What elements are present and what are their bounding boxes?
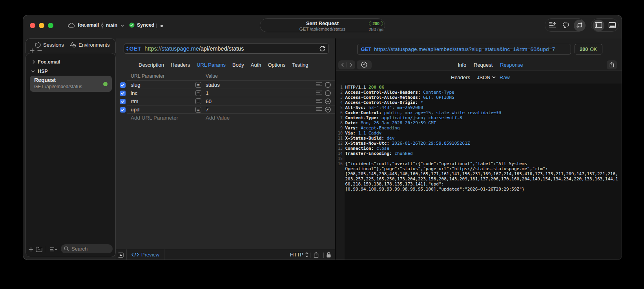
history-clock-button[interactable] [357, 60, 372, 70]
sent-status-badge: 200 [369, 21, 383, 26]
remove-param-icon[interactable] [325, 98, 331, 104]
toggle-sidebar-icon[interactable] [595, 22, 602, 28]
line-number [336, 171, 345, 176]
tab-environments[interactable]: Environments [70, 41, 109, 49]
equals-icon[interactable]: = [195, 107, 201, 113]
response-line: 16{"incidents":null,"overall":{"code":"o… [336, 161, 622, 166]
forward-arrow-icon[interactable] [350, 60, 352, 70]
equals-icon[interactable]: = [195, 82, 201, 88]
lock-icon[interactable] [327, 252, 331, 258]
toggle-bottom-panel-icon[interactable] [608, 22, 616, 28]
tab-description[interactable]: Description [139, 62, 164, 68]
param-checkbox[interactable] [120, 99, 126, 104]
url-path: /api/embed/status [199, 45, 244, 52]
close-button[interactable] [30, 23, 35, 28]
line-number [336, 182, 345, 187]
titlebar: foe.email main Synced [23, 15, 622, 38]
equals-icon[interactable]: = [195, 98, 201, 104]
code-icon [131, 253, 139, 257]
value-options-icon[interactable] [316, 82, 322, 87]
tab-url-params[interactable]: URL Params [197, 62, 226, 68]
tree-request-item-selected[interactable]: Request GET /api/embed/status [30, 76, 112, 92]
param-value[interactable]: status [206, 82, 220, 88]
collapse-panel-button[interactable] [118, 253, 124, 258]
tab-environments-label: Environments [78, 42, 109, 48]
tab-options[interactable]: Options [268, 62, 286, 68]
param-value[interactable]: 1 [206, 90, 209, 96]
add-value-placeholder[interactable]: Add Value [206, 115, 230, 121]
remove-param-icon[interactable] [325, 82, 331, 88]
add-folder-icon[interactable] [36, 247, 42, 252]
preview-button[interactable]: Preview [131, 249, 159, 260]
line-text: Access-Control-Allow-Origin: * [345, 100, 423, 105]
param-name[interactable]: upd [131, 107, 140, 113]
response-line: 5Alt-Svc: h3=":443"; ma=2592000 [336, 105, 622, 110]
bottom-bar-divider [126, 249, 127, 260]
search-input[interactable]: Search [61, 244, 113, 253]
url-separator: :// [157, 45, 162, 52]
commit-icon [100, 22, 104, 29]
remove-param-icon[interactable] [325, 107, 331, 113]
request-item-subtitle: GET /api/embed/status [34, 84, 82, 89]
value-options-icon[interactable] [316, 107, 322, 112]
tab-body[interactable]: Body [232, 62, 244, 68]
url-scheme: https [144, 45, 157, 52]
equals-icon[interactable]: = [195, 90, 201, 96]
url-input[interactable]: https://statuspage.me/api/embed/status [144, 45, 244, 52]
share-icon[interactable] [314, 252, 319, 258]
param-value[interactable]: 7 [206, 107, 209, 113]
response-line: [208,205,145,298,443,140,160,165,171,161… [336, 171, 622, 176]
remove-param-icon[interactable] [325, 90, 331, 96]
export-list-icon[interactable] [549, 22, 556, 28]
sent-request-pill[interactable]: Sent Request GET /api/embed/status 200 2… [260, 18, 385, 32]
import-export-icon[interactable] [576, 22, 583, 29]
tree-group-foe-email[interactable]: Foe.email [33, 58, 60, 65]
tree-group-hsp[interactable]: HSP [31, 68, 48, 75]
view-headers[interactable]: Headers [451, 71, 470, 84]
view-raw[interactable]: Raw [500, 71, 510, 84]
protocol-select[interactable]: HTTP [290, 249, 308, 260]
value-options-icon[interactable] [316, 98, 322, 104]
line-number: 10 [336, 131, 345, 136]
method-select[interactable]: GET [126, 45, 141, 52]
zoom-button[interactable] [48, 23, 53, 28]
sync-status[interactable]: Synced [129, 22, 154, 28]
tab-info[interactable]: Info [458, 60, 467, 70]
add-session-button[interactable] [30, 47, 35, 53]
resend-refresh-icon[interactable] [319, 45, 326, 53]
response-line: 4Access-Control-Allow-Origin: * [336, 100, 622, 105]
sync-download-icon[interactable] [563, 22, 570, 28]
branch-button[interactable]: main [100, 22, 124, 29]
tab-testing[interactable]: Testing [292, 62, 308, 68]
add-request-button[interactable] [29, 247, 33, 252]
minimize-button[interactable] [39, 23, 44, 28]
param-name[interactable]: inc [131, 90, 137, 96]
view-json[interactable]: JSON [477, 71, 496, 84]
tab-response[interactable]: Response [500, 60, 523, 70]
param-checkbox[interactable] [120, 82, 126, 88]
line-text: Content-Type: application/json; charset=… [345, 115, 462, 120]
param-checkbox[interactable] [120, 91, 126, 96]
response-line: 203,257,225,165,250,173,204,223,158,208,… [336, 176, 622, 182]
param-name[interactable]: slug [131, 82, 140, 88]
tab-request[interactable]: Request [474, 60, 493, 70]
project-button[interactable]: foe.email [68, 22, 99, 28]
add-param-placeholder[interactable]: Add URL Parameter [131, 115, 178, 121]
response-line: 9Vary: Accept-Encoding [336, 125, 622, 131]
column-header-value: Value [206, 73, 218, 79]
param-value[interactable]: 60 [206, 98, 212, 104]
branch-name: main [106, 23, 117, 28]
param-name[interactable]: rtm [131, 98, 139, 104]
response-line: 15 [336, 156, 622, 161]
tab-headers[interactable]: Headers [171, 62, 190, 68]
response-share-button[interactable] [607, 60, 617, 69]
param-row: inc = 1 [116, 89, 335, 97]
sort-filter-icon[interactable] [50, 247, 58, 252]
line-number: 14 [336, 151, 345, 156]
remove-session-button[interactable] [37, 47, 42, 53]
value-options-icon[interactable] [316, 90, 322, 95]
response-line: 11X-Status-Build: dev [336, 136, 622, 141]
back-arrow-icon[interactable] [341, 60, 344, 70]
param-checkbox[interactable] [120, 107, 126, 113]
tab-auth[interactable]: Auth [251, 62, 261, 68]
